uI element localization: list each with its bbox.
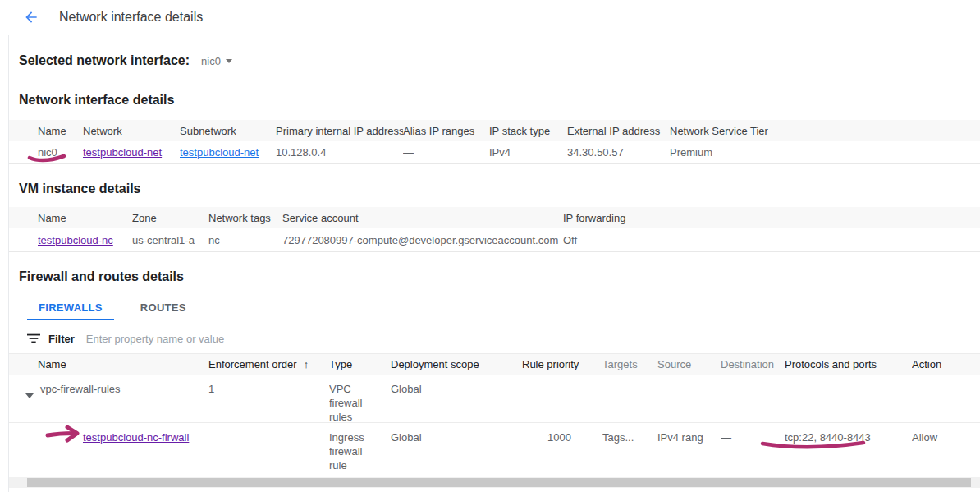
alias-ip-ranges: — [403, 146, 489, 159]
nic-name: nic0 [38, 146, 83, 159]
source [657, 375, 721, 382]
action: Allow [912, 423, 980, 444]
content-panel: Selected network interface: nic0 Network… [8, 35, 980, 492]
column-header: Destination [721, 358, 785, 370]
vm-table-header: Name Zone Network tags Service account I… [9, 207, 980, 228]
column-header-sorted[interactable]: Enforcement order↑ [208, 358, 329, 370]
deployment-scope: Global [391, 423, 522, 444]
subnetwork-link[interactable]: testpubcloud-net [180, 146, 259, 159]
selector-label: Selected network interface: [19, 53, 190, 68]
destination [721, 375, 785, 382]
table-row: testpubcloud-nc-firwall Ingress firewall… [9, 423, 980, 476]
tab-firewalls[interactable]: FIREWALLS [27, 295, 114, 320]
service-account: 729772080997-compute@developer.gservicea… [282, 234, 563, 246]
targets: Tags... [579, 423, 657, 444]
targets [579, 375, 657, 382]
action [912, 375, 980, 382]
column-header: Network [83, 125, 180, 137]
column-header: Primary internal IP address [276, 125, 403, 137]
filter-label[interactable]: Filter [48, 333, 75, 345]
column-header: Deployment scope [391, 358, 522, 370]
top-app-bar: Network interface details [0, 0, 980, 34]
back-arrow-icon [23, 9, 39, 25]
firewall-group-name: vpc-firewall-rules [40, 382, 121, 396]
column-header: IP forwarding [563, 212, 980, 224]
rule-priority [522, 375, 579, 382]
table-row: nic0 testpubcloud-net testpubcloud-net 1… [9, 141, 980, 164]
column-header: External IP address [567, 125, 670, 137]
network-link[interactable]: testpubcloud-net [83, 146, 162, 159]
expand-arrow-icon[interactable] [25, 393, 34, 398]
destination: — [721, 423, 785, 444]
external-ip: 34.30.50.57 [567, 146, 670, 159]
column-header: IP stack type [489, 125, 567, 137]
firewall-type: VPC firewall rules [329, 375, 380, 424]
sort-ascending-icon: ↑ [304, 358, 309, 370]
network-tags: nc [208, 234, 282, 246]
firewall-type: Ingress firewall rule [329, 423, 380, 472]
source: IPv4 rang [657, 423, 721, 444]
column-header: Protocols and ports [785, 358, 912, 370]
vm-section-title: VM instance details [19, 182, 141, 196]
column-header: Alias IP ranges [403, 125, 489, 137]
vm-instance-link[interactable]: testpubcloud-nc [38, 234, 113, 246]
column-header: Service account [282, 212, 563, 224]
enforcement-order: 1 [208, 375, 329, 396]
protocols-and-ports: tcp:22, 8440-8443 [785, 423, 912, 444]
network-interface-selector: Selected network interface: nic0 [19, 53, 232, 68]
nic-table-header: Name Network Subnetwork Primary internal… [9, 120, 980, 141]
filter-icon[interactable] [27, 333, 40, 344]
firewall-table-header: Name Enforcement order↑ Type Deployment … [9, 353, 980, 375]
rule-priority: 1000 [522, 423, 579, 444]
firewall-section-title: Firewall and routes details [19, 269, 184, 284]
page-title: Network interface details [59, 10, 203, 25]
ip-stack-type: IPv4 [489, 146, 567, 159]
horizontal-scrollbar [9, 477, 980, 488]
deployment-scope: Global [391, 375, 522, 396]
enforcement-order [208, 423, 329, 430]
column-header: Name [38, 125, 83, 137]
nic-section-title: Network interface details [19, 93, 174, 108]
primary-internal-ip: 10.128.0.4 [276, 146, 403, 159]
column-header: Zone [132, 212, 208, 224]
column-header: Name [38, 212, 132, 224]
chevron-down-icon [226, 59, 232, 63]
table-row: vpc-firewall-rules 1 VPC firewall rules … [9, 375, 980, 423]
column-header: Network Service Tier [670, 125, 980, 137]
back-button[interactable] [21, 7, 41, 27]
firewall-rule-link[interactable]: testpubcloud-nc-firwall [83, 430, 189, 444]
selector-value: nic0 [201, 55, 221, 67]
scrollbar-thumb[interactable] [27, 478, 971, 487]
network-service-tier: Premium [670, 146, 980, 159]
column-header: Action [912, 358, 980, 370]
column-header: Rule priority [522, 358, 579, 370]
column-header: Network tags [208, 212, 282, 224]
firewall-routes-tabs: FIREWALLS ROUTES [9, 295, 980, 320]
tab-routes[interactable]: ROUTES [129, 295, 198, 320]
column-header: Subnetwork [180, 125, 276, 137]
column-header: Source [657, 358, 721, 370]
column-header: Type [329, 358, 391, 370]
filter-bar: Filter [9, 326, 980, 351]
ip-forwarding: Off [563, 234, 980, 246]
table-row: testpubcloud-nc us-central1-a nc 7297720… [9, 228, 980, 252]
zone: us-central1-a [132, 234, 208, 246]
column-header: Targets [579, 358, 657, 370]
selector-dropdown[interactable]: nic0 [201, 55, 232, 67]
protocols-and-ports [785, 375, 912, 382]
filter-input[interactable] [86, 333, 431, 345]
column-header: Name [24, 358, 208, 370]
